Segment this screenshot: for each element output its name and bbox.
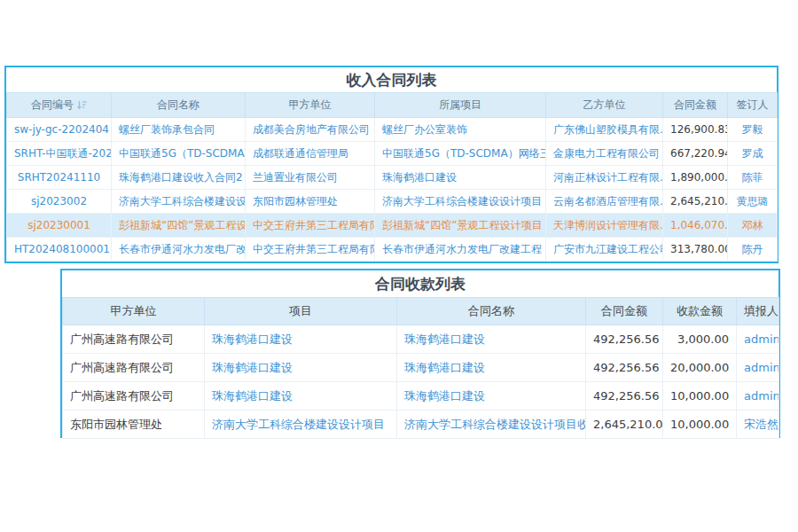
- cell-project[interactable]: 珠海鹤港口建设: [375, 166, 546, 190]
- cell-party-b[interactable]: 金康电力工程有限公司: [546, 142, 663, 166]
- table-row: 广州高速路有限公司 珠海鹤港口建设 珠海鹤港口建设 492,256.56 20,…: [63, 354, 779, 382]
- cell-contract-name[interactable]: 珠海鹤港口建设收入合同2: [112, 166, 246, 190]
- cell-project[interactable]: 长春市伊通河水力发电厂改建工程: [375, 238, 546, 262]
- cell-reporter[interactable]: admin: [737, 354, 779, 382]
- cell-project[interactable]: 珠海鹤港口建设: [205, 382, 397, 411]
- col-header-party-a: 甲方单位: [63, 298, 205, 325]
- cell-reporter[interactable]: admin: [737, 325, 779, 354]
- table-row: 广州高速路有限公司 珠海鹤港口建设 珠海鹤港口建设 492,256.56 3,0…: [63, 325, 779, 354]
- cell-contract-amount: 2,645,210...: [663, 190, 728, 214]
- cell-party-a: 广州高速路有限公司: [63, 382, 205, 411]
- cell-contract-name[interactable]: 济南大学工科综合楼建设设计项目收...: [397, 411, 586, 439]
- cell-project[interactable]: 中国联通5G（TD-SCDMA）网络三...: [375, 142, 546, 166]
- income-contract-table: 合同编号 合同名称 甲方单位 所属项目 乙方单位 合同金额 签订人 sw-jy-…: [6, 92, 778, 262]
- contract-receipt-table: 甲方单位 项目 合同名称 合同金额 收款金额 填报人 广州高速路有限公司 珠海鹤…: [62, 297, 779, 439]
- col-header-contract-amount: 合同金额: [663, 93, 728, 118]
- cell-contract-name[interactable]: 珠海鹤港口建设: [397, 354, 586, 382]
- col-header-reporter: 填报人: [737, 298, 779, 325]
- cell-signer[interactable]: 黄思璐: [728, 190, 778, 214]
- table-row: SRHT20241110 珠海鹤港口建设收入合同2 兰迪置业有限公司 珠海鹤港口…: [7, 166, 778, 190]
- cell-contract-amount: 492,256.56: [586, 325, 663, 354]
- cell-party-b[interactable]: 天津博润设计管理有限...: [546, 214, 663, 238]
- contract-receipt-panel: 合同收款列表 甲方单位 项目 合同名称 合同金额 收款金额 填报人 广州高速路有…: [60, 269, 780, 438]
- col-header-signer: 签订人: [728, 93, 778, 118]
- col-header-contract-name: 合同名称: [397, 298, 586, 325]
- cell-contract-name[interactable]: 珠海鹤港口建设: [397, 382, 586, 411]
- col-header-contract-code-label: 合同编号: [31, 98, 74, 111]
- income-contract-panel: 收入合同列表 合同编号 合同名称 甲方单位 所属项目 乙方单位 合同金额 签订人…: [4, 66, 778, 263]
- cell-contract-amount: 1,890,000...: [663, 166, 728, 190]
- table-row: HT202408100001 长春市伊通河水力发电厂改... 中交王府井第三工程…: [7, 238, 778, 262]
- col-header-contract-amount: 合同金额: [586, 298, 663, 325]
- cell-contract-code[interactable]: SRHT20241110: [7, 166, 112, 190]
- cell-party-a[interactable]: 中交王府井第三工程局有限...: [246, 214, 375, 238]
- cell-party-a[interactable]: 兰迪置业有限公司: [246, 166, 375, 190]
- cell-signer[interactable]: 陈丹: [728, 238, 778, 262]
- cell-contract-name[interactable]: 螺丝厂装饰承包合同: [112, 118, 246, 142]
- income-table-title: 收入合同列表: [6, 67, 777, 92]
- table-row: SRHT-中国联通-2024... 中国联通5G（TD-SCDMA）... 成都…: [7, 142, 778, 166]
- col-header-contract-code[interactable]: 合同编号: [7, 93, 112, 118]
- cell-party-a[interactable]: 东阳市园林管理处: [246, 190, 375, 214]
- cell-party-b[interactable]: 云南名都酒店管理有限...: [546, 190, 663, 214]
- cell-receipt-amount: 3,000.00: [663, 325, 737, 354]
- cell-contract-name[interactable]: 长春市伊通河水力发电厂改...: [112, 238, 246, 262]
- cell-party-a[interactable]: 中交王府井第三工程局有限...: [246, 238, 375, 262]
- col-header-receipt-amount: 收款金额: [663, 298, 737, 325]
- cell-signer[interactable]: 罗毅: [728, 118, 778, 142]
- cell-party-b[interactable]: 河南正林设计工程有限...: [546, 166, 663, 190]
- cell-reporter[interactable]: 宋浩然: [737, 411, 779, 439]
- cell-contract-amount: 126,900.83: [663, 118, 728, 142]
- sort-icon[interactable]: [77, 100, 87, 110]
- cell-signer[interactable]: 邓林: [728, 214, 778, 238]
- cell-receipt-amount: 10,000.00: [663, 411, 737, 439]
- cell-project[interactable]: 济南大学工科综合楼建设设计项目: [205, 411, 397, 439]
- receipt-table-title: 合同收款列表: [62, 270, 778, 297]
- cell-project[interactable]: 珠海鹤港口建设: [205, 354, 397, 382]
- cell-contract-amount: 1,046,070...: [663, 214, 728, 238]
- cell-receipt-amount: 20,000.00: [663, 354, 737, 382]
- cell-contract-amount: 313,780.00: [663, 238, 728, 262]
- cell-party-b[interactable]: 广东佛山塑胶模具有限...: [546, 118, 663, 142]
- col-header-project: 项目: [205, 298, 397, 325]
- cell-contract-code[interactable]: SRHT-中国联通-2024...: [7, 142, 112, 166]
- col-header-project: 所属项目: [375, 93, 546, 118]
- cell-contract-code[interactable]: sj2023002: [7, 190, 112, 214]
- table-row: 广州高速路有限公司 珠海鹤港口建设 珠海鹤港口建设 492,256.56 10,…: [63, 382, 779, 411]
- cell-project[interactable]: 济南大学工科综合楼建设设计项目: [375, 190, 546, 214]
- cell-project[interactable]: 螺丝厂办公室装饰: [375, 118, 546, 142]
- cell-party-a[interactable]: 成都美合房地产有限公司: [246, 118, 375, 142]
- cell-project[interactable]: 珠海鹤港口建设: [205, 325, 397, 354]
- cell-receipt-amount: 10,000.00: [663, 382, 737, 411]
- cell-contract-code[interactable]: sj20230001: [7, 214, 112, 238]
- cell-reporter[interactable]: admin: [737, 382, 779, 411]
- cell-contract-amount: 2,645,210.00: [586, 411, 663, 439]
- cell-contract-name[interactable]: 中国联通5G（TD-SCDMA）...: [112, 142, 246, 166]
- table-row: 东阳市园林管理处 济南大学工科综合楼建设设计项目 济南大学工科综合楼建设设计项目…: [63, 411, 779, 439]
- cell-party-a[interactable]: 成都联通通信管理局: [246, 142, 375, 166]
- cell-contract-code[interactable]: HT202408100001: [7, 238, 112, 262]
- income-table-header-row: 合同编号 合同名称 甲方单位 所属项目 乙方单位 合同金额 签订人: [7, 93, 778, 118]
- cell-signer[interactable]: 罗成: [728, 142, 778, 166]
- cell-signer[interactable]: 陈菲: [728, 166, 778, 190]
- col-header-party-b: 乙方单位: [546, 93, 663, 118]
- col-header-contract-name: 合同名称: [112, 93, 246, 118]
- col-header-party-a: 甲方单位: [246, 93, 375, 118]
- cell-contract-amount: 492,256.56: [586, 382, 663, 411]
- table-row-highlighted: sj20230001 彭祖新城“四馆”景观工程设计... 中交王府井第三工程局有…: [7, 214, 778, 238]
- cell-contract-amount: 492,256.56: [586, 354, 663, 382]
- cell-party-a: 广州高速路有限公司: [63, 354, 205, 382]
- cell-contract-amount: 667,220.94: [663, 142, 728, 166]
- cell-project[interactable]: 彭祖新城“四馆”景观工程设计项目: [375, 214, 546, 238]
- cell-contract-code[interactable]: sw-jy-gc-2202404: [7, 118, 112, 142]
- cell-contract-name[interactable]: 济南大学工科综合楼建设设...: [112, 190, 246, 214]
- cell-party-a: 东阳市园林管理处: [63, 411, 205, 439]
- cell-contract-name[interactable]: 彭祖新城“四馆”景观工程设计...: [112, 214, 246, 238]
- table-row: sw-jy-gc-2202404 螺丝厂装饰承包合同 成都美合房地产有限公司 螺…: [7, 118, 778, 142]
- cell-party-a: 广州高速路有限公司: [63, 325, 205, 354]
- cell-party-b[interactable]: 广安市九江建设工程公司: [546, 238, 663, 262]
- cell-contract-name[interactable]: 珠海鹤港口建设: [397, 325, 586, 354]
- table-row: sj2023002 济南大学工科综合楼建设设... 东阳市园林管理处 济南大学工…: [7, 190, 778, 214]
- receipt-table-header-row: 甲方单位 项目 合同名称 合同金额 收款金额 填报人: [63, 298, 779, 325]
